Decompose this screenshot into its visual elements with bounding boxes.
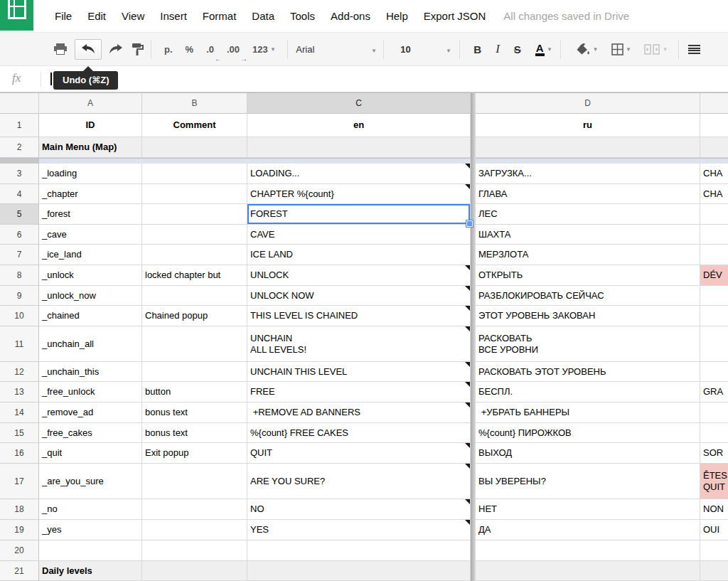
paint-format-button[interactable] <box>132 40 144 58</box>
cell-C3[interactable]: LOADING... <box>247 164 471 184</box>
row-header-11[interactable]: 11 <box>0 326 39 362</box>
cell-C2[interactable] <box>247 137 471 158</box>
cell-A10[interactable]: _chained <box>39 306 142 326</box>
cell-B2[interactable] <box>142 137 247 158</box>
row-header-17[interactable]: 17 <box>0 464 39 499</box>
cell-E15[interactable] <box>700 423 728 443</box>
cell-A1[interactable]: ID <box>39 114 142 137</box>
cell-C10[interactable]: THIS LEVEL IS CHAINED <box>247 306 471 326</box>
cell-B15[interactable]: bonus text <box>142 423 247 443</box>
decrease-decimal-button[interactable]: .0← <box>200 40 220 58</box>
menu-insert[interactable]: Insert <box>152 10 195 22</box>
row-header-15[interactable]: 15 <box>0 423 39 443</box>
cell-D8[interactable]: ОТКРЫТЬ <box>476 265 700 286</box>
sheets-logo[interactable] <box>0 0 33 31</box>
menu-data[interactable]: Data <box>244 10 282 22</box>
cell-C14[interactable]: +REMOVE AD BANNERS <box>247 403 471 423</box>
cell-B13[interactable]: button <box>142 382 247 403</box>
cell-E11[interactable] <box>700 326 728 362</box>
col-header-A[interactable]: A <box>39 93 142 114</box>
currency-format-button[interactable]: p. <box>158 40 179 58</box>
menu-file[interactable]: File <box>47 10 80 22</box>
cell-C15[interactable]: %{count} FREE CAKES <box>247 423 471 443</box>
cell-E18[interactable]: NON <box>700 499 728 520</box>
text-color-button[interactable]: A <box>528 40 554 58</box>
cell-B14[interactable]: bonus text <box>142 403 247 423</box>
row-header-16[interactable]: 16 <box>0 443 39 464</box>
cell-E2[interactable] <box>700 137 728 158</box>
cell-C7[interactable]: ICE LAND <box>247 245 471 265</box>
cell-D20[interactable] <box>476 540 700 561</box>
row-header-1[interactable]: 1 <box>0 114 39 137</box>
menu-export-json[interactable]: Export JSON <box>416 10 494 22</box>
cell-D7[interactable]: МЕРЗЛОТА <box>476 245 700 265</box>
row-header-12[interactable]: 12 <box>0 362 39 382</box>
menu-view[interactable]: View <box>114 10 152 22</box>
italic-button[interactable]: I <box>488 40 507 58</box>
cell-B9[interactable] <box>142 286 247 306</box>
cell-C20[interactable] <box>247 540 471 561</box>
col-header-C[interactable]: C <box>247 93 471 114</box>
row-header-4[interactable]: 4 <box>0 184 39 204</box>
cell-B5[interactable] <box>142 204 247 225</box>
cell-D3[interactable]: ЗАГРУЗКА... <box>476 164 700 184</box>
cell-A3[interactable]: _loading <box>39 164 142 184</box>
row-header-21[interactable]: 21 <box>0 561 39 581</box>
cell-C18[interactable]: NO <box>247 499 471 520</box>
row-header-10[interactable]: 10 <box>0 306 39 326</box>
cell-B6[interactable] <box>142 225 247 245</box>
cell-C19[interactable]: YES <box>247 520 471 540</box>
cell-C16[interactable]: QUIT <box>247 443 471 464</box>
cell-D21[interactable] <box>476 561 700 581</box>
cell-A16[interactable]: _quit <box>39 443 142 464</box>
cell-B20[interactable] <box>142 540 247 561</box>
cell-D13[interactable]: БЕСПЛ. <box>476 382 700 403</box>
undo-button[interactable] <box>75 39 102 60</box>
cell-A12[interactable]: _unchain_this <box>39 362 142 382</box>
cell-E16[interactable]: SOR <box>700 443 728 464</box>
redo-button[interactable] <box>109 40 123 58</box>
cell-E20[interactable] <box>700 540 728 561</box>
cell-D5[interactable]: ЛЕС <box>476 204 700 225</box>
bold-button[interactable]: B <box>466 40 488 58</box>
menu-format[interactable]: Format <box>195 10 245 22</box>
row-header-5[interactable]: 5 <box>0 204 39 225</box>
cell-C9[interactable]: UNLOCK NOW <box>247 286 471 306</box>
cell-B17[interactable] <box>142 464 247 499</box>
menu-add-ons[interactable]: Add-ons <box>323 10 378 22</box>
cell-A20[interactable] <box>39 540 142 561</box>
cell-C11[interactable]: UNCHAIN ALL LEVELS! <box>247 326 471 362</box>
cell-E3[interactable]: CHA <box>700 164 728 184</box>
cell-E7[interactable] <box>700 245 728 265</box>
cell-A9[interactable]: _unlock_now <box>39 286 142 306</box>
cell-C5[interactable]: FOREST <box>247 204 471 225</box>
cell-E8[interactable]: DÉV <box>700 265 728 286</box>
row-header-18[interactable]: 18 <box>0 499 39 520</box>
cell-D11[interactable]: РАСКОВАТЬ ВСЕ УРОВНИ <box>476 326 700 362</box>
corner-cell[interactable] <box>0 93 39 114</box>
cell-D15[interactable]: %{count} ПИРОЖКОВ <box>476 423 700 443</box>
frozen-column-divider[interactable] <box>471 93 476 581</box>
row-header-9[interactable]: 9 <box>0 286 39 306</box>
cell-C6[interactable]: CAVE <box>247 225 471 245</box>
row-header-2[interactable]: 2 <box>0 137 39 158</box>
cell-B18[interactable] <box>142 499 247 520</box>
cell-E5[interactable] <box>700 204 728 225</box>
cell-A7[interactable]: _ice_land <box>39 245 142 265</box>
cell-B11[interactable] <box>142 326 247 362</box>
cell-D12[interactable]: РАСКОВАТЬ ЭТОТ УРОВЕНЬ <box>476 362 700 382</box>
cell-E6[interactable] <box>700 225 728 245</box>
cell-D16[interactable]: ВЫХОД <box>476 443 700 464</box>
cell-E10[interactable] <box>700 306 728 326</box>
cell-B19[interactable] <box>142 520 247 540</box>
menu-help[interactable]: Help <box>378 10 416 22</box>
cell-A19[interactable]: _yes <box>39 520 142 540</box>
cell-E12[interactable] <box>700 362 728 382</box>
cell-C4[interactable]: CHAPTER %{count} <box>247 184 471 204</box>
number-format-button[interactable]: 123 <box>246 40 281 58</box>
print-button[interactable] <box>54 40 67 58</box>
row-header-13[interactable]: 13 <box>0 382 39 403</box>
row-header-20[interactable]: 20 <box>0 540 39 561</box>
cell-D14[interactable]: +УБРАТЬ БАННЕРЫ <box>476 403 700 423</box>
cell-B8[interactable]: locked chapter but <box>142 265 247 286</box>
